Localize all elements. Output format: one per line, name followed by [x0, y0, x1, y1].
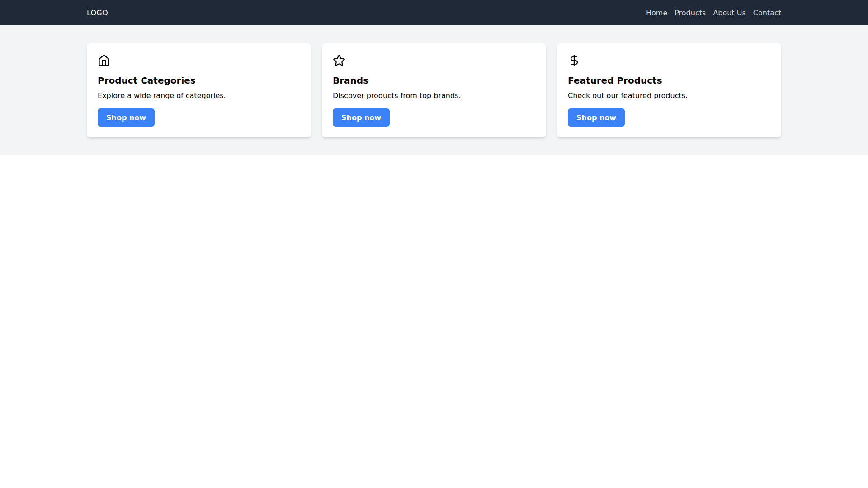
star-icon	[333, 54, 345, 67]
shop-now-button-featured[interactable]: Shop now	[568, 108, 625, 127]
card-title: Brands	[333, 74, 535, 87]
feature-section: Product Categories Explore a wide range …	[0, 25, 868, 155]
dollar-sign-icon	[568, 54, 580, 67]
site-logo: LOGO	[87, 9, 108, 17]
card-brands: Brands Discover products from top brands…	[322, 43, 546, 137]
card-description: Check out our featured products.	[568, 90, 770, 101]
nav-link-contact[interactable]: Contact	[753, 9, 781, 17]
card-title: Featured Products	[568, 74, 770, 87]
card-title: Product Categories	[98, 74, 300, 87]
main-nav: Home Products About Us Contact	[646, 9, 781, 17]
navbar: LOGO Home Products About Us Contact	[0, 0, 868, 25]
shop-now-button-brands[interactable]: Shop now	[333, 108, 390, 127]
card-product-categories: Product Categories Explore a wide range …	[87, 43, 311, 137]
nav-link-home[interactable]: Home	[646, 9, 667, 17]
nav-link-products[interactable]: Products	[675, 9, 706, 17]
card-featured-products: Featured Products Check out our featured…	[557, 43, 781, 137]
navbar-container: LOGO Home Products About Us Contact	[87, 9, 781, 17]
nav-link-about-us[interactable]: About Us	[713, 9, 745, 17]
page-body-empty	[0, 155, 868, 486]
cards-row: Product Categories Explore a wide range …	[87, 43, 781, 137]
house-icon	[98, 54, 110, 67]
card-description: Discover products from top brands.	[333, 90, 535, 101]
shop-now-button-categories[interactable]: Shop now	[98, 108, 155, 127]
card-description: Explore a wide range of categories.	[98, 90, 300, 101]
